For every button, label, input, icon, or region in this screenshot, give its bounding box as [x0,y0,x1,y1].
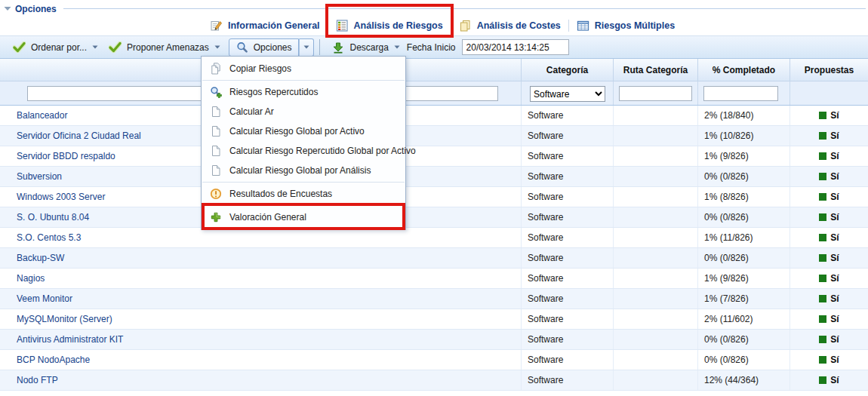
toolbar-separator [319,39,320,55]
table-row[interactable]: BalanceadorSoftware2% (18/840)Sí [0,106,868,126]
category-cell: Software [521,269,613,288]
column-header-completado[interactable]: % Completado [697,59,790,81]
menu-item-calcular-riesgo-repercutido-global-por-activo[interactable]: Calcular Riesgo Repercutido Global por A… [202,141,405,161]
proposal-label: Sí [830,334,839,345]
menu-item-calcular-riesgo-global-por-analisis[interactable]: Calcular Riesgo Global por Análisis [202,161,405,180]
ruta-categoria-filter-input[interactable] [619,86,692,101]
menu-item-label: Calcular Riesgo Repercutido Global por A… [229,146,416,156]
column-header-propuestas[interactable]: Propuestas [790,59,868,81]
ruta-categoria-cell [613,146,697,166]
menu-item-valoracion-general[interactable]: Valoración General [202,207,405,227]
proposal-indicator-square [819,254,826,262]
column-header-categoria[interactable]: Categoría [521,59,613,81]
completado-filter-input[interactable] [703,86,778,101]
category-filter-select[interactable]: Software [530,86,605,102]
proposal-label: Sí [830,293,839,304]
tab-analisis-de-riesgos[interactable]: Análisis de Riesgos [328,15,451,35]
options-button[interactable]: Opciones [229,38,300,57]
tab-label: Análisis de Riesgos [354,20,443,31]
table-row[interactable]: Nodo FTPSoftware12% (44/364)Sí [0,370,868,391]
download-button[interactable]: Descarga [327,39,405,56]
page-icon [210,164,222,177]
ruta-categoria-cell [613,370,697,390]
proposal-indicator-square [819,275,826,282]
table-row[interactable]: Backup-SWSoftware0% (0/826)Sí [0,248,868,269]
risk-table-icon [336,20,349,32]
table-row[interactable]: MySQLMonitor (Server)Software2% (11/602)… [0,309,868,330]
asset-name-cell[interactable]: Nagios [0,269,521,288]
risk-grid: Categoría Ruta Categoría % Completado Pr… [0,59,868,391]
category-cell: Software [521,228,613,247]
grid-table-icon [577,20,589,32]
chevron-down-icon [303,45,309,49]
propuestas-cell: Sí [790,330,868,349]
menu-item-resultados-de-encuestas[interactable]: Resultados de Encuestas [202,184,405,204]
check-icon [13,41,26,53]
ruta-categoria-cell [613,167,697,186]
table-row[interactable]: BCP NodoApacheSoftware0% (0/826)Sí [0,350,868,370]
proposal-label: Sí [830,110,839,121]
asset-name-cell[interactable]: MySQLMonitor (Server) [0,309,521,329]
propuestas-cell: Sí [790,187,868,207]
table-row[interactable]: Antivirus Administrator KITSoftware0% (0… [0,330,868,350]
menu-item-label: Calcular Riesgo Global por Análisis [229,165,371,176]
proposal-label: Sí [830,130,839,141]
tab-informacion-general[interactable]: Información General [202,15,328,35]
menu-item-calcular-riesgo-global-por-activo[interactable]: Calcular Riesgo Global por Activo [202,121,405,141]
table-row[interactable]: Servidor Oficina 2 Ciudad RealSoftware1%… [0,126,868,146]
category-cell: Software [521,350,613,370]
plus-icon [210,211,222,223]
asset-name-cell[interactable]: BCP NodoApache [0,350,521,370]
asset-name-cell[interactable]: Nodo FTP [0,370,521,390]
sort-by-button[interactable]: Ordenar por... [8,39,103,55]
section-title: Opciones [15,4,57,14]
menu-separator [202,205,405,206]
table-row[interactable]: Veem MonitorSoftware1% (7/826)Sí [0,289,868,309]
page-icon [210,125,222,137]
completado-cell: 0% (0/826) [697,207,790,227]
table-row[interactable]: S.O. Centos 5.3Software1% (11/826)Sí [0,228,868,248]
menu-item-label: Calcular Ar [229,106,274,117]
table-row[interactable]: Windows 2003 ServerSoftware1% (8/826)Sí [0,187,868,207]
tab-label: Análisis de Costes [477,20,561,31]
proposal-label: Sí [830,375,839,385]
copy-pages-icon [210,63,222,75]
column-header-ruta-categoria[interactable]: Ruta Categoría [613,59,697,81]
completado-cell: 1% (11/826) [697,228,790,247]
options-dropdown-arrow[interactable] [299,38,314,57]
completado-cell: 2% (18/840) [697,106,790,125]
tab-riesgos-multiples[interactable]: Riesgos Múltiples [569,15,682,35]
table-row[interactable]: Servidor BBDD respaldoSoftware1% (9/826)… [0,146,868,167]
asset-name-cell[interactable]: Backup-SW [0,248,521,268]
completado-cell: 0% (0/826) [697,167,790,186]
menu-item-riesgos-repercutidos[interactable]: Riesgos Repercutidos [202,82,405,102]
completado-cell: 1% (9/826) [697,146,790,166]
propose-threats-button[interactable]: Proponer Amenazas [103,39,226,55]
proposal-indicator-square [819,193,826,201]
propuestas-cell: Sí [790,106,868,125]
category-cell: Software [521,248,613,268]
chevron-down-icon [394,45,400,49]
edit-note-icon [210,20,223,32]
proposal-label: Sí [830,355,839,365]
table-row[interactable]: SubversionSoftware0% (0/826)Sí [0,167,868,187]
table-row[interactable]: NagiosSoftware1% (9/826)Sí [0,269,868,289]
menu-item-calcular-ar[interactable]: Calcular Ar [202,102,405,121]
start-date-input[interactable] [462,39,569,55]
collapse-arrow-icon[interactable] [4,6,11,11]
completado-cell: 1% (8/826) [697,187,790,207]
proposal-label: Sí [830,253,839,263]
ruta-categoria-cell [613,207,697,227]
asset-name-cell[interactable]: S.O. Centos 5.3 [0,228,521,247]
toolbar: Ordenar por... Proponer Amenazas Opcione… [0,35,868,59]
asset-name-cell[interactable]: Antivirus Administrator KIT [0,330,521,349]
menu-item-label: Calcular Riesgo Global por Activo [229,126,365,137]
asset-name-cell[interactable]: Veem Monitor [0,289,521,309]
check-icon [109,41,122,53]
propuestas-cell: Sí [790,167,868,186]
sort-by-label: Ordenar por... [31,42,87,53]
tab-analisis-de-costes[interactable]: Análisis de Costes [451,15,568,35]
menu-item-copiar-riesgos[interactable]: Copiar Riesgos [202,59,405,78]
table-row[interactable]: S. O. Ubuntu 8.04Software0% (0/826)Sí [0,207,868,228]
menu-item-label: Copiar Riesgos [229,63,291,74]
